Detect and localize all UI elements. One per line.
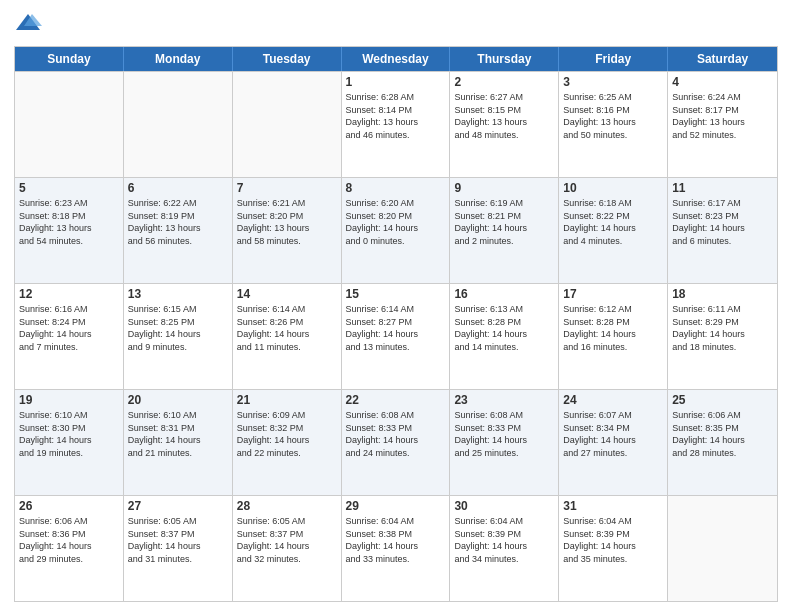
calendar-cell: 3Sunrise: 6:25 AM Sunset: 8:16 PM Daylig… [559,72,668,177]
day-number: 29 [346,499,446,513]
day-number: 28 [237,499,337,513]
calendar-cell: 31Sunrise: 6:04 AM Sunset: 8:39 PM Dayli… [559,496,668,601]
day-number: 3 [563,75,663,89]
day-number: 20 [128,393,228,407]
day-number: 27 [128,499,228,513]
calendar-row: 26Sunrise: 6:06 AM Sunset: 8:36 PM Dayli… [15,495,777,601]
day-info: Sunrise: 6:06 AM Sunset: 8:35 PM Dayligh… [672,409,773,459]
day-info: Sunrise: 6:18 AM Sunset: 8:22 PM Dayligh… [563,197,663,247]
day-number: 13 [128,287,228,301]
day-number: 18 [672,287,773,301]
calendar-cell: 6Sunrise: 6:22 AM Sunset: 8:19 PM Daylig… [124,178,233,283]
day-info: Sunrise: 6:25 AM Sunset: 8:16 PM Dayligh… [563,91,663,141]
day-info: Sunrise: 6:04 AM Sunset: 8:39 PM Dayligh… [563,515,663,565]
calendar-cell: 9Sunrise: 6:19 AM Sunset: 8:21 PM Daylig… [450,178,559,283]
day-number: 19 [19,393,119,407]
day-info: Sunrise: 6:12 AM Sunset: 8:28 PM Dayligh… [563,303,663,353]
calendar-cell: 12Sunrise: 6:16 AM Sunset: 8:24 PM Dayli… [15,284,124,389]
header-day-saturday: Saturday [668,47,777,71]
day-info: Sunrise: 6:11 AM Sunset: 8:29 PM Dayligh… [672,303,773,353]
calendar-cell: 11Sunrise: 6:17 AM Sunset: 8:23 PM Dayli… [668,178,777,283]
calendar-row: 5Sunrise: 6:23 AM Sunset: 8:18 PM Daylig… [15,177,777,283]
calendar-cell: 10Sunrise: 6:18 AM Sunset: 8:22 PM Dayli… [559,178,668,283]
calendar-cell: 19Sunrise: 6:10 AM Sunset: 8:30 PM Dayli… [15,390,124,495]
day-info: Sunrise: 6:13 AM Sunset: 8:28 PM Dayligh… [454,303,554,353]
header-day-wednesday: Wednesday [342,47,451,71]
calendar-row: 19Sunrise: 6:10 AM Sunset: 8:30 PM Dayli… [15,389,777,495]
day-info: Sunrise: 6:14 AM Sunset: 8:26 PM Dayligh… [237,303,337,353]
day-number: 10 [563,181,663,195]
day-info: Sunrise: 6:28 AM Sunset: 8:14 PM Dayligh… [346,91,446,141]
calendar-cell: 13Sunrise: 6:15 AM Sunset: 8:25 PM Dayli… [124,284,233,389]
day-info: Sunrise: 6:08 AM Sunset: 8:33 PM Dayligh… [346,409,446,459]
page: SundayMondayTuesdayWednesdayThursdayFrid… [0,0,792,612]
day-info: Sunrise: 6:16 AM Sunset: 8:24 PM Dayligh… [19,303,119,353]
day-number: 6 [128,181,228,195]
calendar-cell: 27Sunrise: 6:05 AM Sunset: 8:37 PM Dayli… [124,496,233,601]
calendar-cell: 17Sunrise: 6:12 AM Sunset: 8:28 PM Dayli… [559,284,668,389]
calendar-cell: 14Sunrise: 6:14 AM Sunset: 8:26 PM Dayli… [233,284,342,389]
day-number: 4 [672,75,773,89]
header-day-friday: Friday [559,47,668,71]
calendar-body: 1Sunrise: 6:28 AM Sunset: 8:14 PM Daylig… [15,71,777,601]
calendar-cell: 26Sunrise: 6:06 AM Sunset: 8:36 PM Dayli… [15,496,124,601]
header-day-sunday: Sunday [15,47,124,71]
header-day-thursday: Thursday [450,47,559,71]
day-info: Sunrise: 6:05 AM Sunset: 8:37 PM Dayligh… [237,515,337,565]
calendar-cell: 1Sunrise: 6:28 AM Sunset: 8:14 PM Daylig… [342,72,451,177]
calendar-cell: 2Sunrise: 6:27 AM Sunset: 8:15 PM Daylig… [450,72,559,177]
day-info: Sunrise: 6:06 AM Sunset: 8:36 PM Dayligh… [19,515,119,565]
day-number: 16 [454,287,554,301]
logo-icon [14,10,42,38]
calendar-cell: 30Sunrise: 6:04 AM Sunset: 8:39 PM Dayli… [450,496,559,601]
calendar-cell: 25Sunrise: 6:06 AM Sunset: 8:35 PM Dayli… [668,390,777,495]
calendar-row: 12Sunrise: 6:16 AM Sunset: 8:24 PM Dayli… [15,283,777,389]
day-number: 30 [454,499,554,513]
day-info: Sunrise: 6:17 AM Sunset: 8:23 PM Dayligh… [672,197,773,247]
day-number: 2 [454,75,554,89]
header-day-tuesday: Tuesday [233,47,342,71]
calendar-header: SundayMondayTuesdayWednesdayThursdayFrid… [15,47,777,71]
calendar-cell: 29Sunrise: 6:04 AM Sunset: 8:38 PM Dayli… [342,496,451,601]
calendar-cell: 5Sunrise: 6:23 AM Sunset: 8:18 PM Daylig… [15,178,124,283]
calendar-cell: 20Sunrise: 6:10 AM Sunset: 8:31 PM Dayli… [124,390,233,495]
calendar-cell [233,72,342,177]
day-info: Sunrise: 6:05 AM Sunset: 8:37 PM Dayligh… [128,515,228,565]
day-info: Sunrise: 6:15 AM Sunset: 8:25 PM Dayligh… [128,303,228,353]
calendar-cell: 22Sunrise: 6:08 AM Sunset: 8:33 PM Dayli… [342,390,451,495]
day-number: 24 [563,393,663,407]
calendar-cell: 23Sunrise: 6:08 AM Sunset: 8:33 PM Dayli… [450,390,559,495]
day-info: Sunrise: 6:04 AM Sunset: 8:39 PM Dayligh… [454,515,554,565]
day-info: Sunrise: 6:14 AM Sunset: 8:27 PM Dayligh… [346,303,446,353]
day-number: 14 [237,287,337,301]
day-number: 7 [237,181,337,195]
calendar-cell [668,496,777,601]
calendar-cell: 21Sunrise: 6:09 AM Sunset: 8:32 PM Dayli… [233,390,342,495]
day-number: 21 [237,393,337,407]
day-info: Sunrise: 6:19 AM Sunset: 8:21 PM Dayligh… [454,197,554,247]
day-info: Sunrise: 6:04 AM Sunset: 8:38 PM Dayligh… [346,515,446,565]
day-info: Sunrise: 6:09 AM Sunset: 8:32 PM Dayligh… [237,409,337,459]
calendar-cell: 4Sunrise: 6:24 AM Sunset: 8:17 PM Daylig… [668,72,777,177]
day-number: 12 [19,287,119,301]
day-number: 8 [346,181,446,195]
day-info: Sunrise: 6:23 AM Sunset: 8:18 PM Dayligh… [19,197,119,247]
day-number: 22 [346,393,446,407]
calendar-cell [124,72,233,177]
day-info: Sunrise: 6:08 AM Sunset: 8:33 PM Dayligh… [454,409,554,459]
calendar-cell: 18Sunrise: 6:11 AM Sunset: 8:29 PM Dayli… [668,284,777,389]
day-info: Sunrise: 6:24 AM Sunset: 8:17 PM Dayligh… [672,91,773,141]
calendar-cell: 8Sunrise: 6:20 AM Sunset: 8:20 PM Daylig… [342,178,451,283]
day-number: 23 [454,393,554,407]
calendar-cell: 16Sunrise: 6:13 AM Sunset: 8:28 PM Dayli… [450,284,559,389]
day-number: 17 [563,287,663,301]
day-info: Sunrise: 6:07 AM Sunset: 8:34 PM Dayligh… [563,409,663,459]
logo [14,10,46,38]
calendar-cell [15,72,124,177]
day-info: Sunrise: 6:20 AM Sunset: 8:20 PM Dayligh… [346,197,446,247]
calendar: SundayMondayTuesdayWednesdayThursdayFrid… [14,46,778,602]
day-number: 9 [454,181,554,195]
header [14,10,778,38]
day-info: Sunrise: 6:21 AM Sunset: 8:20 PM Dayligh… [237,197,337,247]
calendar-cell: 28Sunrise: 6:05 AM Sunset: 8:37 PM Dayli… [233,496,342,601]
